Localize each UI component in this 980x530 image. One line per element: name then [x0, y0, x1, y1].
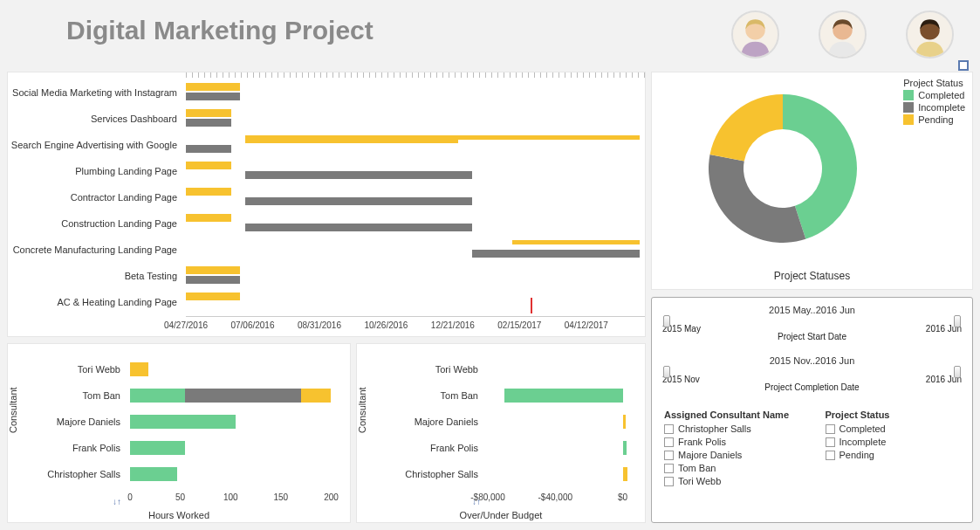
- gantt-row: AC & Heating Landing Page: [8, 289, 645, 315]
- consultant-checkbox-row[interactable]: Frank Polis: [664, 437, 799, 447]
- sort-indicator-icon[interactable]: ↓↑: [113, 497, 121, 506]
- checkbox-icon[interactable]: [664, 464, 674, 473]
- checkbox-icon[interactable]: [664, 451, 674, 460]
- status-checkbox-row[interactable]: Completed: [826, 423, 961, 434]
- checkbox-icon[interactable]: [826, 437, 835, 447]
- hours-bar-segment[interactable]: [130, 362, 148, 376]
- slider1-track[interactable]: [664, 319, 960, 322]
- filter-statuses: Project Status CompletedIncompletePendin…: [826, 410, 961, 489]
- slider2-title: Project Completion Date: [661, 382, 963, 392]
- gantt-bar[interactable]: [186, 276, 240, 284]
- slider2-handle-min[interactable]: [663, 366, 670, 378]
- gantt-bar[interactable]: [186, 83, 240, 91]
- gantt-bar[interactable]: [245, 224, 472, 231]
- budget-chart[interactable]: Consultant Tori WebbTom BanMajore Daniel…: [356, 343, 646, 523]
- budget-bar[interactable]: [623, 415, 627, 429]
- gantt-bar[interactable]: [186, 145, 231, 153]
- hours-bar-segment[interactable]: [130, 389, 185, 403]
- slider2-track[interactable]: [664, 369, 960, 373]
- legend-item[interactable]: Incomplete: [903, 102, 965, 113]
- consultant-checkbox-row[interactable]: Tori Webb: [664, 476, 799, 486]
- avatar-1[interactable]: [731, 10, 779, 59]
- gantt-bar[interactable]: [245, 197, 472, 205]
- checkbox-label: Majore Daniels: [678, 450, 742, 460]
- slider2-handle-max[interactable]: [954, 366, 961, 378]
- gantt-bar[interactable]: [186, 162, 231, 169]
- donut-slice[interactable]: [710, 94, 783, 162]
- hours-tick: 100: [223, 492, 238, 502]
- avatars: [731, 10, 954, 59]
- checkbox-label: Incomplete: [840, 437, 887, 447]
- hours-bar-segment[interactable]: [130, 415, 236, 429]
- gantt-bar[interactable]: [245, 135, 458, 143]
- status-header: Project Status: [826, 410, 961, 420]
- gantt-bar[interactable]: [458, 135, 640, 140]
- gantt-bar[interactable]: [186, 188, 231, 196]
- maximize-icon[interactable]: [958, 60, 969, 71]
- gantt-row-label: Construction Landing Page: [8, 218, 182, 229]
- budget-bar[interactable]: [504, 389, 622, 403]
- hours-row-label: Tom Ban: [8, 390, 126, 401]
- hours-tick: 0: [127, 492, 133, 502]
- budget-bar[interactable]: [623, 467, 628, 481]
- gantt-bar[interactable]: [186, 214, 231, 222]
- sort-indicator-icon[interactable]: ↓↑: [472, 497, 481, 506]
- legend-item[interactable]: Pending: [903, 114, 965, 125]
- hours-chart[interactable]: Consultant Tori WebbTom BanMajore Daniel…: [7, 343, 351, 523]
- hours-tick: 200: [324, 492, 339, 502]
- hours-tick: 50: [175, 492, 185, 502]
- gantt-bar[interactable]: [186, 293, 240, 300]
- donut-chart[interactable]: Project Status CompletedIncompletePendin…: [651, 72, 973, 290]
- checkbox-icon[interactable]: [826, 451, 835, 460]
- avatar-2[interactable]: [819, 10, 867, 59]
- hours-row: Christopher Salls: [8, 461, 350, 487]
- checkbox-icon[interactable]: [664, 477, 674, 486]
- consultant-checkbox-row[interactable]: Christopher Salls: [664, 423, 799, 434]
- budget-x-ticks: -$80,000-$40,000$0: [488, 492, 636, 508]
- legend-label: Completed: [918, 90, 964, 100]
- gantt-row-label: Beta Testing: [8, 271, 182, 281]
- hours-row-label: Christopher Salls: [8, 469, 126, 479]
- gantt-chart[interactable]: 04/27/201607/06/201608/31/201610/26/2016…: [7, 72, 646, 337]
- slider-start-date[interactable]: 2015 May..2016 Jun 2015 May 2016 Jun Pro…: [661, 305, 963, 341]
- hours-x-title: Hours Worked: [8, 510, 350, 520]
- gantt-row: Social Media Marketing with Instagram: [8, 79, 645, 106]
- gantt-ruler: [186, 72, 645, 78]
- hours-bar-segment[interactable]: [130, 467, 177, 481]
- gantt-tick: 04/27/2016: [164, 320, 208, 330]
- checkbox-icon[interactable]: [664, 437, 674, 447]
- legend-label: Pending: [918, 114, 953, 125]
- checkbox-label: Tom Ban: [678, 463, 716, 473]
- slider2-range: 2015 Nov..2016 Jun: [661, 355, 963, 366]
- status-checkbox-row[interactable]: Pending: [826, 450, 961, 460]
- donut-slice[interactable]: [709, 155, 805, 243]
- gantt-bar[interactable]: [186, 93, 240, 100]
- checkbox-icon[interactable]: [826, 424, 835, 434]
- slider1-handle-min[interactable]: [663, 315, 670, 327]
- legend-item[interactable]: Completed: [903, 90, 965, 100]
- hours-bar-segment[interactable]: [185, 389, 301, 403]
- budget-bar[interactable]: [623, 441, 627, 455]
- hours-bar-segment[interactable]: [130, 441, 185, 455]
- slider1-handle-max[interactable]: [954, 315, 961, 327]
- gantt-bar[interactable]: [186, 119, 231, 127]
- checkbox-label: Frank Polis: [678, 437, 726, 447]
- hours-bar-segment[interactable]: [301, 389, 332, 403]
- hours-x-ticks: 050100150200: [130, 492, 341, 508]
- consultant-checkbox-row[interactable]: Tom Ban: [664, 463, 799, 473]
- gantt-bar[interactable]: [245, 171, 472, 179]
- consultant-checkbox-row[interactable]: Majore Daniels: [664, 450, 799, 460]
- hours-row: Tom Ban: [8, 382, 350, 409]
- budget-row-label: Tom Ban: [357, 390, 483, 401]
- legend-title: Project Status: [903, 78, 965, 88]
- checkbox-icon[interactable]: [664, 424, 674, 434]
- gantt-bar[interactable]: [186, 266, 240, 274]
- gantt-tick: 08/31/2016: [298, 320, 341, 330]
- gantt-bar[interactable]: [512, 240, 640, 244]
- budget-row: Tori Webb: [357, 356, 645, 382]
- gantt-bar[interactable]: [186, 109, 231, 117]
- status-checkbox-row[interactable]: Incomplete: [826, 437, 961, 447]
- avatar-3[interactable]: [906, 10, 954, 59]
- slider-completion-date[interactable]: 2015 Nov..2016 Jun 2015 Nov 2016 Jun Pro…: [661, 355, 963, 392]
- gantt-bar[interactable]: [472, 250, 640, 258]
